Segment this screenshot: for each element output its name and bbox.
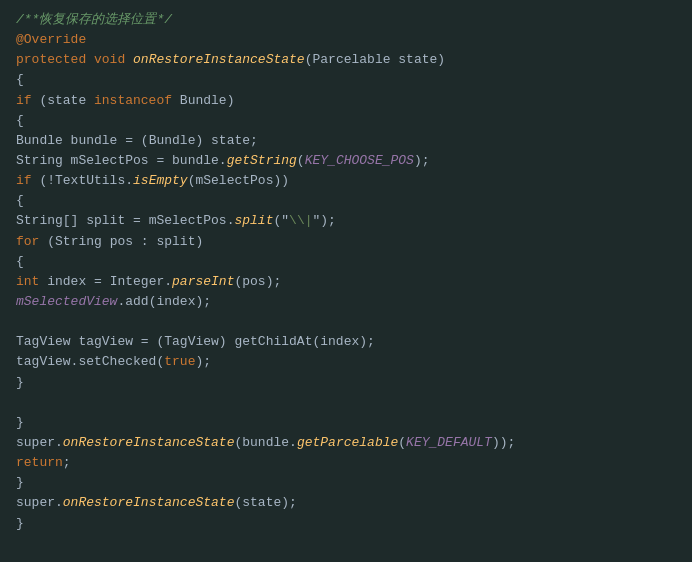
code-line: @Override — [0, 30, 692, 50]
code-line: Bundle bundle = (Bundle) state; — [0, 131, 692, 151]
code-line: } — [0, 413, 692, 433]
code-line: for (String pos : split) — [0, 232, 692, 252]
code-line: String mSelectPos = bundle.getString(KEY… — [0, 151, 692, 171]
code-line: tagView.setChecked(true); — [0, 352, 692, 372]
code-line: if (state instanceof Bundle) — [0, 91, 692, 111]
code-line: } — [0, 373, 692, 393]
code-line: String[] split = mSelectPos.split("\\|")… — [0, 211, 692, 231]
code-line: { — [0, 111, 692, 131]
code-line: /**恢复保存的选择位置*/ — [0, 10, 692, 30]
code-line: super.onRestoreInstanceState(bundle.getP… — [0, 433, 692, 453]
code-line: super.onRestoreInstanceState(state); — [0, 493, 692, 513]
code-line: } — [0, 514, 692, 534]
code-line: if (!TextUtils.isEmpty(mSelectPos)) — [0, 171, 692, 191]
code-line: { — [0, 252, 692, 272]
code-line: { — [0, 191, 692, 211]
code-line: { — [0, 70, 692, 90]
code-line — [0, 393, 692, 413]
code-line: } — [0, 473, 692, 493]
code-line: int index = Integer.parseInt(pos); — [0, 272, 692, 292]
code-line — [0, 312, 692, 332]
code-editor: /**恢复保存的选择位置*/@Overrideprotected void on… — [0, 0, 692, 562]
code-line: protected void onRestoreInstanceState(Pa… — [0, 50, 692, 70]
code-line: mSelectedView.add(index); — [0, 292, 692, 312]
code-line: TagView tagView = (TagView) getChildAt(i… — [0, 332, 692, 352]
code-line: return; — [0, 453, 692, 473]
